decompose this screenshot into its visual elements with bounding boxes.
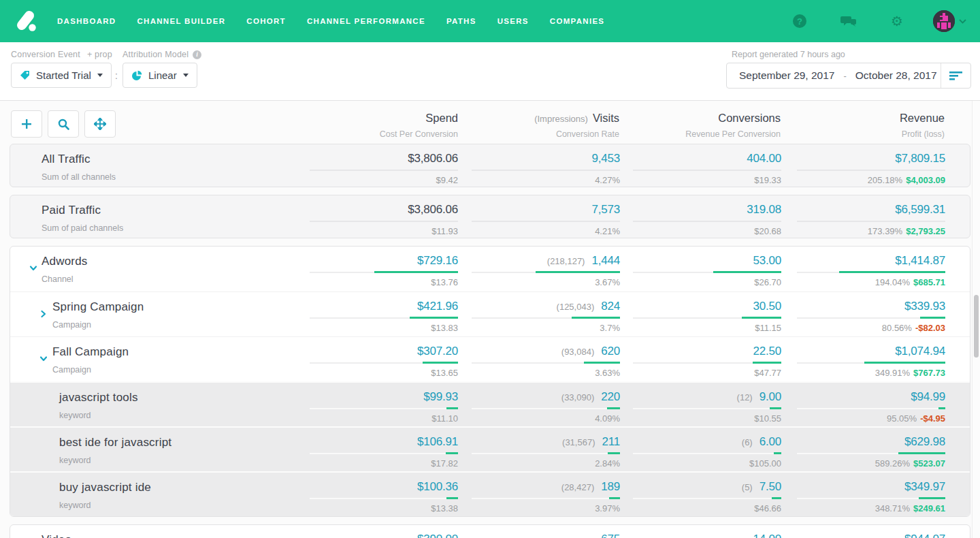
cell-value[interactable]: 220 (601, 390, 620, 403)
next-channel-card: Video Channel $390.00 675 14.00 $944.07 (10, 524, 970, 538)
cell-value[interactable]: $100.36 (417, 480, 458, 493)
cell-value[interactable]: 189 (601, 480, 620, 493)
value-bar (797, 317, 945, 319)
cell-value[interactable]: 14.00 (753, 533, 781, 538)
conversion-event-dropdown[interactable]: Started Trial (11, 63, 112, 88)
cell-profit-value: $2,793.25 (906, 226, 945, 236)
nav-item-channel-performance[interactable]: CHANNEL PERFORMANCE (307, 17, 425, 25)
cell-value[interactable]: 6.00 (760, 435, 781, 448)
attribution-model-label-text: Attribution Model (122, 50, 189, 59)
value-bar (633, 498, 781, 499)
value-bar (633, 453, 781, 454)
cell-value[interactable]: 7.50 (760, 480, 781, 493)
attribution-model-dropdown[interactable]: Linear (122, 63, 197, 88)
value-bar-fill (920, 317, 945, 319)
attribution-model-label: Attribution Model i (122, 50, 201, 59)
cell-subvalue: 4.21% (595, 226, 620, 236)
metric-cell: $349.97 348.71%$249.61 (782, 480, 945, 513)
cell-value[interactable]: $1,414.87 (895, 254, 945, 267)
nav-item-dashboard[interactable]: DASHBOARD (57, 17, 116, 25)
metric-cell: 675 (457, 533, 620, 538)
cell-value[interactable]: 53.00 (753, 254, 781, 267)
cell-value[interactable]: $629.98 (904, 435, 945, 448)
table-row[interactable]: Fall Campaign Campaign $307.20 $13.65 (9… (10, 336, 970, 381)
table-row[interactable]: best ide for javascript keyword $106.91 … (10, 426, 970, 471)
cell-value[interactable]: $1,074.94 (895, 345, 945, 358)
top-navbar: DASHBOARD CHANNEL BUILDER COHORT CHANNEL… (0, 0, 980, 42)
cell-value[interactable]: $729.16 (417, 254, 458, 267)
conversion-event-label: Conversion Event+ prop (11, 50, 112, 59)
cell-subvalue: $46.66 (754, 503, 781, 513)
table-row[interactable]: Video Channel $390.00 675 14.00 $944.07 (10, 525, 970, 538)
cell-value[interactable]: 9.00 (760, 390, 781, 403)
metric-cell: $6,599.31 173.39%$2,793.25 (782, 203, 945, 236)
date-filter-button[interactable] (941, 63, 970, 88)
attribution-logo-icon[interactable] (14, 8, 39, 34)
cell-value[interactable]: $944.07 (904, 533, 945, 538)
expand-chevron-icon[interactable] (39, 309, 48, 319)
metric-cell: 30.50 $11.15 (618, 300, 781, 333)
cell-subvalue: $10.55 (754, 413, 781, 424)
table-row[interactable]: buy javascript ide keyword $100.36 $13.3… (10, 471, 970, 516)
cell-profit-value: $685.71 (913, 277, 945, 287)
table-row[interactable]: All Traffic Sum of all channels $3,806.0… (10, 144, 970, 187)
column-header-revenue[interactable]: Revenue Profit (loss) (740, 112, 945, 139)
value-bar-fill (536, 271, 620, 273)
cell-value[interactable]: $3,806.06 (408, 203, 458, 216)
user-menu[interactable] (933, 10, 966, 32)
expand-chevron-icon[interactable] (39, 354, 48, 364)
nav-item-companies[interactable]: COMPANIES (550, 17, 605, 25)
add-prop-link[interactable]: + prop (87, 50, 112, 59)
cell-value[interactable]: 9,453 (591, 152, 620, 165)
cell-value[interactable]: $99.93 (423, 390, 458, 403)
scrollbar-thumb[interactable] (974, 295, 979, 358)
value-bar (633, 221, 781, 222)
table-row[interactable]: Adwords Channel $729.16 $13.76 (218,127)… (10, 247, 970, 291)
cell-value[interactable]: $390.00 (417, 533, 458, 538)
cell-value[interactable]: $106.91 (417, 435, 458, 448)
cell-subvalue: 4.27% (595, 175, 620, 185)
value-bar-fill (864, 362, 945, 364)
cell-value[interactable]: 675 (601, 533, 620, 538)
cell-value[interactable]: 30.50 (753, 300, 781, 313)
cell-value[interactable]: 22.50 (753, 345, 781, 358)
chevron-down-icon[interactable] (959, 19, 966, 24)
cell-value[interactable]: $94.99 (911, 390, 945, 403)
cell-value[interactable]: $7,809.15 (895, 152, 945, 165)
table-row[interactable]: Paid Traffic Sum of paid channels $3,806… (10, 195, 970, 238)
metric-cell: $421.96 $13.83 (295, 300, 458, 333)
cell-subvalue: $9.42 (436, 175, 458, 185)
cell-value[interactable]: $349.97 (904, 480, 945, 493)
cell-value[interactable]: 404.00 (747, 152, 781, 165)
value-bar (633, 170, 781, 171)
cell-value[interactable]: $6,599.31 (895, 203, 945, 216)
cell-value[interactable]: $421.96 (417, 300, 458, 313)
avatar[interactable] (933, 10, 955, 32)
row-title: Paid Traffic (42, 204, 123, 217)
cell-value[interactable]: 824 (601, 300, 620, 313)
nav-item-paths[interactable]: PATHS (446, 17, 476, 25)
cell-value[interactable]: $339.93 (904, 300, 945, 313)
chat-icon[interactable] (840, 14, 857, 28)
date-range-picker[interactable]: September 29, 2017 - October 28, 2017 (726, 63, 971, 89)
expand-chevron-icon[interactable] (29, 264, 38, 273)
help-icon[interactable]: ? (793, 14, 806, 28)
nav-item-channel-builder[interactable]: CHANNEL BUILDER (137, 17, 225, 25)
column-subtitle: Profit (loss) (740, 129, 945, 139)
value-bar-fill (410, 317, 458, 319)
cell-value[interactable]: 7,573 (591, 203, 620, 216)
settings-gear-icon[interactable]: ⚙ (891, 14, 903, 28)
nav-item-users[interactable]: USERS (497, 17, 529, 25)
row-subtitle: keyword (59, 456, 172, 465)
cell-value[interactable]: 1,444 (591, 254, 620, 267)
cell-value[interactable]: $3,806.06 (408, 152, 458, 165)
nav-item-cohort[interactable]: COHORT (246, 17, 286, 25)
table-row[interactable]: Spring Campaign Campaign $421.96 $13.83 … (10, 291, 970, 336)
cell-value[interactable]: 620 (601, 345, 620, 358)
cell-value[interactable]: $307.20 (417, 345, 458, 358)
cell-profit-value: $249.61 (913, 503, 945, 513)
row-title: buy javascript ide (59, 481, 151, 494)
table-row[interactable]: javascript tools keyword $99.93 $11.10 (… (10, 381, 970, 426)
cell-value[interactable]: 319.08 (747, 203, 781, 216)
info-icon[interactable]: i (193, 50, 201, 59)
